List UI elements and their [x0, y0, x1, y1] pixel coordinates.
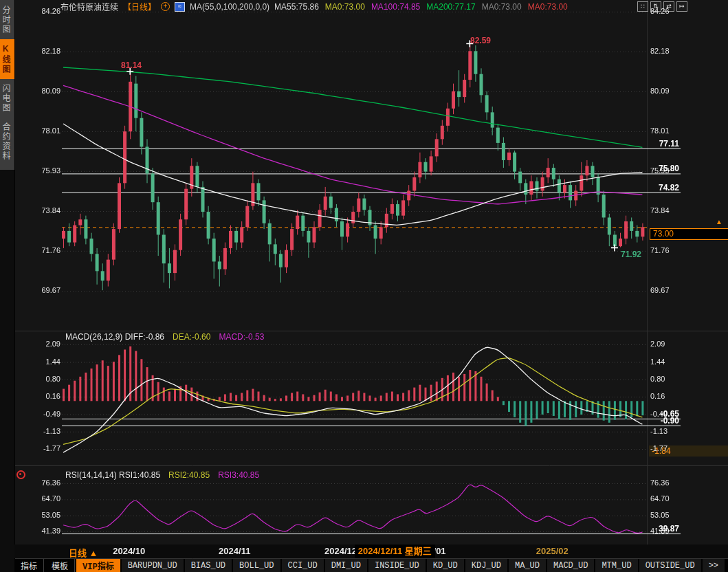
toolbar-tab-vip[interactable]: VIP指标: [76, 559, 120, 572]
ma-value-4: MA0:73.00: [482, 2, 522, 12]
price-tick-right-3: 78.01: [650, 126, 692, 135]
toolbar-tab-dmiud[interactable]: DMI_UD: [325, 559, 367, 572]
indicator-toolbar: 指标模板VIP指标BARUPDN_UDBIAS_UDBOLL_UDCCI_UDD…: [14, 559, 728, 572]
sidebar-item-2[interactable]: 闪电图: [0, 79, 14, 118]
annotation-high-82: 82.59: [470, 36, 491, 45]
toolbar-tab-t0[interactable]: 指标: [14, 559, 44, 572]
ma-value-1: MA0:73.00: [325, 2, 365, 12]
rsi-tick-left-0: 76.36: [26, 478, 60, 487]
price-arrow-marker: ▲: [716, 218, 723, 226]
ma-value-5: MA0:73.00: [528, 2, 568, 12]
toolbar-tab-t15[interactable]: >>: [703, 559, 725, 572]
macd-params: MACD(26,12,9) DIFF:-0.86: [65, 332, 164, 342]
toolbar-tab-barupdnud[interactable]: BARUPDN_UD: [122, 559, 184, 572]
record-icon[interactable]: [16, 470, 25, 479]
toolbar-tab-t1[interactable]: 模板: [45, 559, 75, 572]
macd-level-1[interactable]: -0.90: [617, 416, 679, 426]
ma-summary: MA(55,0,100,200,0,0): [190, 2, 269, 12]
price-tick-left-0: 84.26: [26, 7, 60, 15]
price-tick-left-1: 82.18: [26, 47, 60, 55]
price-tick-right-0: 84.26: [650, 7, 692, 15]
price-tick-right-1: 82.18: [650, 47, 692, 55]
toolbar-tab-insideud[interactable]: INSIDE_UD: [368, 559, 426, 572]
rsi-tick-left-2: 53.05: [26, 511, 60, 519]
price-tick-left-5: 73.84: [26, 206, 60, 214]
macd-tick-right-1: 1.44: [650, 358, 692, 366]
toolbar-tab-outsideud[interactable]: OUTSIDE_UD: [639, 559, 701, 572]
sidebar-item-0[interactable]: 分时图: [0, 1, 14, 39]
annotation-low-71: 71.92: [621, 250, 641, 259]
macd-tick-right-5: -1.13: [650, 427, 692, 435]
left-sidebar: 分时图K线图闪电图合约资料: [0, 0, 15, 572]
pan-icon[interactable]: ∷: [637, 1, 648, 12]
time-axis[interactable]: 日线 ▲ 2024/102024/112024/122025/012025/02…: [14, 544, 728, 558]
period-badge[interactable]: 【日线】: [123, 1, 156, 12]
toolbar-tab-maud[interactable]: MA_UD: [509, 559, 546, 572]
month-label-1: 2024/11: [219, 546, 250, 556]
chart-header: 布伦特原油连续 【日线】 + ≈ MA(55,0,100,200,0,0) MA…: [60, 1, 568, 12]
rsi3-value: RSI3:40.85: [218, 470, 259, 480]
macd-tick-right-0: 2.09: [650, 340, 692, 348]
period-dropdown[interactable]: 日线 ▲: [69, 546, 98, 559]
price-tick-left-6: 71.76: [26, 246, 60, 254]
rsi-tick-left-3: 41.39: [26, 527, 60, 535]
macd-tick-left-4: -0.49: [26, 410, 60, 418]
price-tick-right-7: 69.67: [650, 286, 692, 294]
macd-tick-left-3: 0.16: [26, 392, 60, 400]
price-level-1[interactable]: 75.80: [617, 164, 679, 173]
macd-tick-right-3: 0.16: [650, 392, 692, 400]
toolbar-tab-mtmud[interactable]: MTM_UD: [595, 559, 637, 572]
rsi-tick-right-1: 64.70: [650, 494, 692, 503]
price-tick-right-2: 80.09: [650, 87, 692, 95]
instrument-title: 布伦特原油连续: [60, 1, 118, 12]
toolbar-tab-kdjud[interactable]: KDJ_UD: [465, 559, 507, 572]
price-tick-right-6: 71.76: [650, 246, 692, 254]
ma-value-0: MA55:75.86: [274, 2, 319, 12]
macd-tick-left-0: 2.09: [26, 340, 60, 348]
chart-canvas[interactable]: [0, 0, 728, 572]
macd-tick-left-1: 1.44: [26, 358, 60, 366]
add-indicator-icon[interactable]: +: [161, 2, 170, 11]
price-tick-left-2: 80.09: [26, 87, 60, 95]
macd-dea-value: DEA:-0.60: [173, 332, 210, 342]
sidebar-items: 分时图K线图闪电图合约资料: [0, 0, 14, 170]
sidebar-item-1[interactable]: K线图: [0, 39, 14, 79]
macd-tick-left-6: -1.77: [26, 444, 60, 452]
macd-tick-right-2: 0.80: [650, 375, 692, 383]
price-tick-left-7: 69.67: [26, 286, 60, 294]
rsi-tick-right-0: 76.36: [650, 478, 692, 487]
toolbar-tab-kdud[interactable]: KD_UD: [427, 559, 464, 572]
rsi-header: RSI(14,14,14) RSI1:40.85 RSI2:40.85 RSI3…: [65, 470, 259, 480]
ma-value-2: MA100:74.85: [371, 2, 420, 12]
app-root: 分时图K线图闪电图合约资料 布伦特原油连续 【日线】 + ≈ MA(55,0,1…: [0, 0, 728, 572]
price-level-0[interactable]: 77.11: [617, 139, 679, 148]
toolbar-tab-macdud[interactable]: MACD_UD: [547, 559, 594, 572]
month-label-4: 2025/02: [536, 546, 569, 556]
toolbar-tab-cciud[interactable]: CCI_UD: [282, 559, 324, 572]
rsi-tick-left-1: 64.70: [26, 494, 60, 503]
macd-macd-value: MACD:-0.53: [219, 332, 264, 342]
sidebar-item-3[interactable]: 合约资料: [0, 118, 14, 166]
macd-tick-left-5: -1.13: [26, 427, 60, 435]
rsi-tick-right-2: 53.05: [650, 511, 692, 519]
rsi-params: RSI(14,14,14) RSI1:40.85: [65, 470, 160, 480]
indicator-icon[interactable]: ≈: [175, 2, 185, 12]
price-tick-left-3: 78.01: [26, 126, 60, 135]
macd-header: MACD(26,12,9) DIFF:-0.86 DEA:-0.60 MACD:…: [65, 332, 264, 342]
ma-values: MA55:75.86MA0:73.00MA100:74.85MA200:77.1…: [274, 2, 568, 12]
last-price-box: 73.00: [650, 228, 728, 240]
rsi-level-0[interactable]: 39.87: [617, 524, 679, 534]
macd-tick-right-6: -1.77: [650, 444, 692, 452]
rsi2-value: RSI2:40.85: [168, 470, 210, 480]
crosshair-date: 2024/12/11 星期三: [355, 544, 435, 558]
ma-value-3: MA200:77.17: [426, 2, 475, 12]
month-label-2: 2024/12: [324, 546, 357, 556]
annotation-high-81: 81.14: [121, 60, 142, 70]
month-label-0: 2024/10: [113, 546, 145, 556]
price-level-2[interactable]: 74.82: [617, 183, 679, 192]
price-tick-right-5: 73.84: [650, 206, 692, 214]
toolbar-tab-biasud[interactable]: BIAS_UD: [185, 559, 232, 572]
toolbar-tab-bollud[interactable]: BOLL_UD: [233, 559, 280, 572]
macd-tick-left-2: 0.80: [26, 375, 60, 383]
price-tick-left-4: 75.93: [26, 166, 60, 175]
